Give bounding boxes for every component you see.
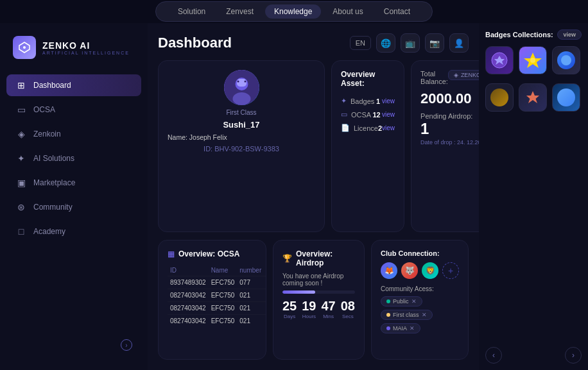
tag-maia[interactable]: MAIA ✕ [381,323,420,333]
tag-dot-public [386,299,390,303]
balance-card: Total Balance: ◈ ZENKOIN 2000.00 Pending… [411,60,479,232]
badge-item-4[interactable] [485,83,514,112]
tag-public-label: Public [393,298,409,305]
badge-item-center[interactable] [519,46,547,74]
header-actions: EN 🌐 📺 📷 👤 [350,33,469,53]
marketplace-icon: ▣ [15,178,27,188]
next-arrow[interactable]: › [565,347,582,364]
asset-row-licence: 📄 Licence 2 view [341,121,395,135]
camera-icon-btn[interactable]: 📷 [425,33,444,53]
countdown-days: 25 Days [282,299,297,319]
zenkoin-icon-sm: ◈ [454,72,458,78]
club-connection-title: Club Connection: [381,249,459,257]
tag-public-close[interactable]: ✕ [411,298,417,305]
nav-knowledge[interactable]: Knowledge [265,4,321,19]
nav-solution[interactable]: Solution [169,4,214,19]
profile-badge: First Class [226,109,256,116]
countdown-hours: 19 Hours [302,299,316,319]
sidebar-label-ocsa: OCSA [33,105,55,114]
badge-item-3[interactable] [552,46,580,74]
globe-icon-btn[interactable]: 🌐 [376,33,395,53]
nav-zenvest[interactable]: Zenvest [217,4,263,19]
sidebar-item-dashboard[interactable]: ⊞ Dashboard [6,74,141,96]
bottom-right-area: 🏆 Overview: Airdrop You have one Airdrop… [273,240,469,360]
svg-point-1 [23,46,26,49]
badge-item-5[interactable] [519,83,547,112]
access-title: Community Acess: [381,285,459,292]
asset-card-title: Overview Asset: [341,70,395,88]
club-add-button[interactable]: + [442,262,459,279]
page-title: Dashboard [158,35,232,51]
asset-label-ocsa: ▭ OCSA [341,110,371,119]
airdrop-card: 🏆 Overview: Airdrop You have one Airdrop… [273,240,365,360]
balance-label: Total Balance: [420,70,448,85]
badges-view-btn[interactable]: view [557,29,582,40]
ocsa-icon: ▭ [15,105,27,115]
asset-label-licence: 📄 Licence [341,124,378,132]
licence-view-link[interactable]: view [382,124,395,131]
pending-label: Pending Airdrop: [420,112,479,120]
profile-id: ID: BHV-902-BSW-9383 [203,145,279,153]
nav-contact[interactable]: Contact [375,4,419,19]
sidebar-item-marketplace[interactable]: ▣ Marketplace [6,172,141,194]
zenkoin-badge: ◈ ZENKOIN [448,70,479,80]
badges-header: Badges Collections: view [485,29,582,40]
col-number: number [237,265,264,276]
countdown-mins: 47 Mins [322,299,336,319]
svg-point-6 [237,81,239,83]
zenkoin-text: ZENKOIN [461,72,479,78]
progress-fill [282,290,315,294]
nav-about[interactable]: About us [324,4,372,19]
badge-item-6[interactable] [552,83,580,112]
app-container: ZENKO AI ARTIFICIAL INTELLIGENCE ⊞ Dashb… [0,23,588,370]
tag-public[interactable]: Public ✕ [381,296,422,307]
countdown: 25 Days 19 Hours 47 Mins [282,299,355,319]
badges-title: Badges Collections: [485,31,553,38]
brand-sub: ARTIFICIAL INTELLIGENCE [42,51,130,55]
ocsa-table: ID Name number Company Department Supply… [168,265,266,327]
svg-point-15 [530,58,535,63]
drop-date: Date of drop : 24. 12.2025 [420,139,479,146]
sidebar-label-dashboard: Dashboard [33,81,71,90]
ocsa-title: Overview: OCSA [178,249,239,258]
sidebar-item-ocsa[interactable]: ▭ OCSA [6,99,141,121]
ocsa-header: ▦ Overview: OCSA [168,249,257,258]
logo-area: ZENKO AI ARTIFICIAL INTELLIGENCE [6,36,141,72]
countdown-secs: 08 Secs [341,299,355,319]
user-icon-btn[interactable]: 👤 [449,33,469,53]
sidebar-label-academy: Academy [33,227,65,236]
sidebar-item-academy[interactable]: □ Academy [6,221,141,242]
balance-amount: 2000.00 [420,90,479,107]
sidebar-label-ai: AI Solutions [33,154,74,163]
top-navigation: Solution Zenvest Knowledge About us Cont… [0,0,588,23]
main-content: Dashboard EN 🌐 📺 📷 👤 [148,23,479,370]
sidebar-expand-btn[interactable]: › [121,339,132,351]
tv-icon-btn[interactable]: 📺 [401,33,420,53]
airdrop-community-grid: 🏆 Overview: Airdrop You have one Airdrop… [273,240,469,360]
lang-button[interactable]: EN [350,36,371,50]
tag-first-class[interactable]: First class ✕ [381,310,433,320]
academy-icon: □ [15,226,27,237]
pending-row: 1 Date of drop : 24. 12.2025 [420,120,479,146]
sidebar-item-ai-solutions[interactable]: ✦ AI Solutions [6,147,141,169]
table-header-row: ID Name number Company Department Supply… [168,265,266,276]
col-name: Name [209,265,238,276]
col-company: Company [264,265,266,276]
tag-maia-close[interactable]: ✕ [410,325,415,332]
zenkoin-icon: ◈ [15,129,27,139]
main-header: Dashboard EN 🌐 📺 📷 👤 [158,33,469,53]
table-row: 8937489302EFC750077ZenkoHoldind75013% [168,276,266,289]
sidebar-item-zenkoin[interactable]: ◈ Zenkoin [6,123,141,145]
club-avatar-1: 🦊 [381,262,397,279]
sidebar-item-community[interactable]: ⊛ Community [6,196,141,218]
club-avatars: 🦊 🐺 🦁 + [381,262,459,279]
prev-arrow[interactable]: ‹ [485,347,502,364]
ocsa-view-link[interactable]: view [382,111,395,118]
col-id: ID [168,265,209,276]
community-icon: ⊛ [15,202,27,212]
badge-item-1[interactable] [485,46,514,74]
tag-first-class-label: First class [393,312,419,318]
tag-first-close[interactable]: ✕ [422,312,427,318]
badges-view-link[interactable]: view [382,97,395,105]
profile-name: Name: Joseph Felix [168,133,315,141]
